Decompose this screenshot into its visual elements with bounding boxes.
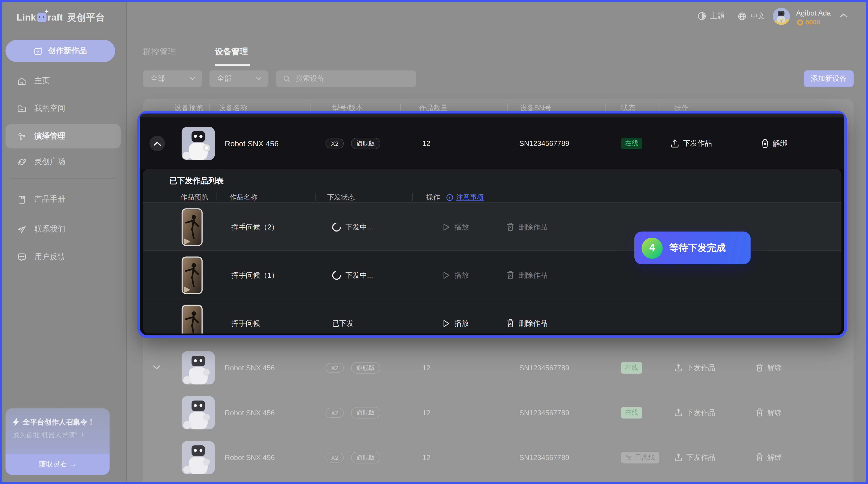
work-thumbnail [182,304,203,333]
sidebar-item-label: 我的空间 [34,104,65,114]
add-device-button[interactable]: 添加新设备 [804,70,854,87]
work-count: 12 [423,453,431,461]
device-thumbnail [182,351,215,384]
trash-icon [506,319,514,328]
deploy-status-done: 已下发 [332,318,354,328]
unbind-action[interactable]: 解绑 [755,363,781,373]
col-header-operations: 操作 [426,191,440,203]
sidebar-item-home[interactable]: 主页 [5,70,121,92]
work-name: 挥手问候（2） [231,222,279,232]
upload-icon [674,364,683,372]
chevron-down-icon [189,77,195,81]
trash-icon [761,139,769,148]
spinner-icon [330,221,343,233]
expand-chevron-down-icon[interactable] [153,365,161,370]
play-action[interactable]: 播放 [443,318,469,328]
device-sn: SN1234567789 [519,453,569,461]
expanded-device-panel: Robot SNX 456 X2 旗舰版 12 SN1234567789 在线 … [137,111,847,338]
promo-title: 全平台创作人召集令！ [13,417,95,427]
device-row[interactable]: Robot SNX 456 X2 旗舰版 12 SN1234567789 在线 … [143,390,854,435]
col-header-work-preview: 作品预览 [181,191,208,203]
tooltip-text: 等待下发完成 [669,241,726,254]
panel-top-strip [140,113,844,117]
collapse-chevron-up-button[interactable] [149,135,165,151]
unbind-action[interactable]: 解绑 [755,407,781,418]
version-badge: 旗舰版 [351,452,380,463]
sidebar-item-product-manual[interactable]: 产品手册 [5,188,121,210]
language-label: 中文 [751,11,765,21]
folder-icon [17,104,27,113]
model-badge: X2 [326,138,344,148]
unbind-action[interactable]: 解绑 [755,452,781,462]
account-chevron-up-icon[interactable] [839,12,848,19]
coin-icon [797,19,803,25]
paper-plane-icon [17,225,27,234]
sidebar-item-label: 产品手册 [34,195,65,204]
sidebar-item-performance-management[interactable]: 演绎管理 [5,124,121,149]
work-thumbnail [182,256,203,294]
header-separator [315,193,315,201]
work-name: 挥手问候（1） [231,270,279,280]
wifi-off-icon [625,454,632,460]
device-name: Robot SNX 456 [225,364,275,372]
unbind-action[interactable]: 解绑 [761,138,787,148]
onboarding-step-tooltip: 4 等待下发完成 [634,231,751,264]
spinner-icon [330,269,343,281]
dropdown-value: 全部 [151,74,189,84]
version-badge: 旗舰版 [351,407,380,418]
step-number-badge: 4 [642,237,662,258]
device-name: Robot SNX 456 [225,453,275,461]
device-thumbnail [182,126,215,160]
search-input[interactable]: 搜索设备 [276,70,416,87]
status-badge: 在线 [621,137,642,149]
earn-gems-button[interactable]: 赚取灵石 → [5,454,110,475]
upload-icon [674,408,683,417]
create-new-work-button[interactable]: 创作新作品 [5,40,115,62]
work-thumbnail [182,208,203,246]
device-row[interactable]: Robot SNX 456 X2 旗舰版 12 SN1234567789 已离线… [143,435,854,480]
sidebar-item-feedback[interactable]: 用户反馈 [5,246,121,268]
deploy-work-action[interactable]: 下发作品 [671,138,712,148]
delete-work-action[interactable]: 删除作品 [506,318,548,328]
work-count: 12 [423,408,431,417]
work-name: 挥手问候 [231,318,260,328]
play-action-disabled: 播放 [443,270,469,280]
avatar[interactable] [773,8,790,25]
trash-icon [506,223,514,231]
language-switcher[interactable]: 中文 [737,11,765,21]
theme-icon [698,12,707,21]
promo-card: 全平台创作人召集令！ 成为首批"机器人导演" ！ 赚取灵石 → [5,408,110,475]
sidebar-item-contact-us[interactable]: 联系我们 [5,218,121,240]
device-row[interactable]: Robot SNX 456 X2 旗舰版 12 SN1234567789 在线 … [143,345,854,390]
deploy-work-action[interactable]: 下发作品 [674,363,715,373]
sidebar-item-label: 主页 [34,76,50,86]
search-placeholder: 搜索设备 [296,74,324,84]
theme-toggle[interactable]: 主题 [698,11,725,21]
filter-dropdown-2[interactable]: 全部 [209,70,269,87]
active-tab-underline [215,64,250,66]
work-row: 挥手问候 已下发 播放 删除作品 [143,298,841,334]
sidebar-item-my-space[interactable]: 我的空间 [5,97,121,120]
book-icon [17,195,27,204]
message-dots-icon [17,252,27,262]
bolt-icon [13,418,20,426]
tab-group-control[interactable]: 群控管理 [143,47,176,57]
version-badge: 旗舰版 [351,137,380,149]
tab-device-management[interactable]: 设备管理 [215,47,248,57]
logo-face-icon [37,13,46,22]
sidebar: Linkraft 灵创平台 创作新作品 主页 我的空间 [0,0,127,484]
sidebar-item-plaza[interactable]: 灵创广场 [5,151,121,173]
trash-icon [506,271,514,279]
search-icon [283,75,291,83]
notice-link[interactable]: 注意事项 [446,191,484,203]
video-plus-icon [34,46,43,56]
deploy-status: 下发中... [332,270,373,280]
deploy-work-action[interactable]: 下发作品 [674,452,715,462]
dropdown-value: 全部 [217,74,256,84]
filter-dropdown-1[interactable]: 全部 [143,70,202,87]
col-header-deploy-status: 下发状态 [327,191,355,203]
delete-work-action-disabled: 删除作品 [506,270,548,280]
app-window: Linkraft 灵创平台 创作新作品 主页 我的空间 [0,0,868,484]
deploy-work-action[interactable]: 下发作品 [674,407,715,418]
trash-icon [755,408,763,417]
